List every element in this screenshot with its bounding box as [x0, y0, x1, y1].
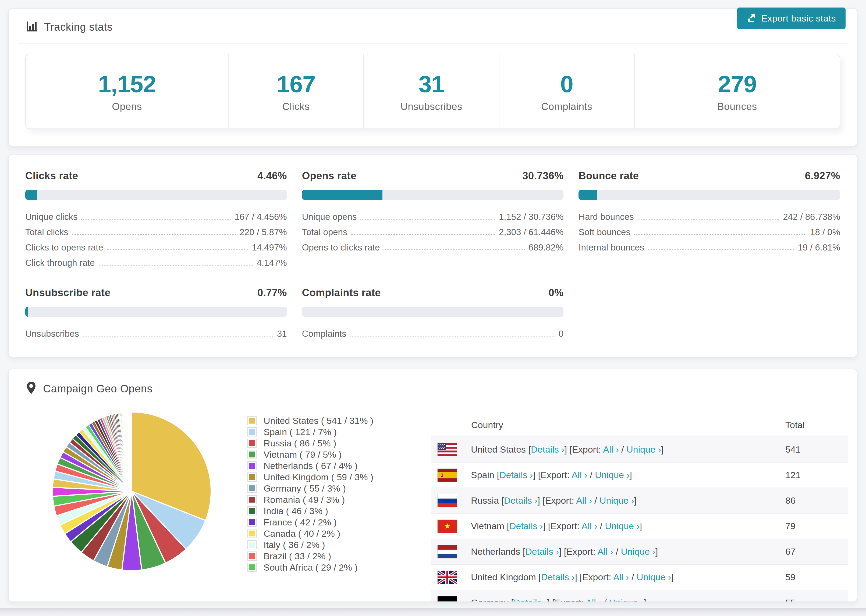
legend-swatch: [247, 438, 257, 448]
country-name: Russia: [471, 495, 501, 506]
rate-head: Opens rate30.736%: [302, 170, 564, 182]
rate-row-value: 19 / 6.81%: [798, 243, 840, 252]
export-all-link[interactable]: All ›: [572, 470, 587, 480]
export-all-link[interactable]: All ›: [586, 597, 601, 602]
bracket: ]: [655, 546, 658, 556]
legend-item-france[interactable]: France ( 42 / 2% ): [247, 517, 373, 528]
rate-row-value: 14.497%: [252, 243, 287, 252]
legend-swatch: [247, 416, 257, 425]
legend-label: South Africa ( 29 / 2% ): [264, 562, 358, 573]
rate-head: Complaints rate0%: [302, 287, 564, 299]
total-cell: 121: [785, 470, 848, 480]
export-unique-link[interactable]: Unique ›: [605, 521, 639, 531]
geo-table-row-nl: Netherlands [Details ›] [Export: All › /…: [431, 539, 848, 564]
export-all-link[interactable]: All ›: [598, 546, 614, 556]
country-name: Germany: [471, 597, 511, 602]
rate-row-label: Internal bounces: [578, 243, 644, 252]
rate-row-value: 1,152 / 30.736%: [499, 212, 564, 222]
export-unique-link[interactable]: Unique ›: [595, 470, 630, 480]
export-all-link[interactable]: All ›: [613, 572, 629, 582]
export-prefix: ] [Export:: [538, 495, 576, 506]
dotted-leader: [81, 219, 231, 220]
legend-label: Canada ( 40 / 2% ): [264, 528, 340, 539]
legend-item-italy[interactable]: Italy ( 36 / 2% ): [247, 539, 373, 550]
legend-swatch: [247, 461, 257, 470]
rate-head: Clicks rate4.46%: [25, 170, 287, 182]
dotted-leader: [648, 250, 794, 250]
flag-de-icon: [438, 596, 457, 602]
rate-progress-fill: [25, 190, 37, 200]
legend-swatch: [247, 518, 257, 527]
rate-title: Unsubscribe rate: [25, 287, 110, 299]
bracket: ]: [671, 572, 674, 582]
country-name: United Kingdom: [471, 572, 538, 582]
total-cell: 67: [785, 546, 848, 557]
geo-table-header: Country Total: [431, 413, 848, 437]
details-link[interactable]: Details ›: [504, 495, 538, 506]
rate-row-value: 0: [559, 329, 564, 339]
details-link[interactable]: Details ›: [531, 444, 565, 454]
rate-row: Click through rate4.147%: [25, 252, 287, 268]
dotted-leader: [638, 219, 779, 220]
rate-title: Opens rate: [302, 170, 357, 182]
legend-item-canada[interactable]: Canada ( 40 / 2% ): [247, 528, 373, 539]
details-link[interactable]: Details ›: [541, 572, 575, 582]
stat-label: Complaints: [541, 101, 592, 112]
legend-item-russia[interactable]: Russia ( 86 / 5% ): [247, 438, 373, 449]
legend-item-united-kingdom[interactable]: United Kingdom ( 59 / 3% ): [247, 471, 373, 483]
export-all-link[interactable]: All ›: [581, 521, 597, 531]
country-cell: Spain [Details ›] [Export: All › / Uniqu…: [457, 470, 785, 480]
rate-row: Clicks to opens rate14.497%: [25, 237, 287, 252]
stat-label: Bounces: [717, 101, 757, 112]
rate-row-label: Opens to clicks rate: [302, 243, 380, 252]
campaign-geo-opens-card: Campaign Geo Opens United States ( 541 /…: [8, 369, 857, 602]
rate-row: Unique opens1,152 / 30.736%: [302, 206, 564, 222]
link-separator: /: [613, 546, 621, 556]
country-cell: United Kingdom [Details ›] [Export: All …: [457, 572, 785, 582]
rate-row: Soft bounces18 / 0%: [578, 222, 840, 237]
dotted-leader: [351, 234, 495, 235]
geo-table-row-de: Germany [Details ›] [Export: All › / Uni…: [431, 590, 848, 602]
legend-item-vietnam[interactable]: Vietnam ( 79 / 5% ): [247, 449, 373, 460]
stats-summary-row: 1,152Opens167Clicks31Unsubscribes0Compla…: [25, 54, 840, 129]
legend-swatch: [247, 427, 257, 437]
legend-item-brazil[interactable]: Brazil ( 33 / 2% ): [247, 550, 373, 562]
country-name: Vietnam: [471, 521, 507, 531]
stat-box-opens: 1,152Opens: [26, 54, 228, 129]
bracket: ]: [661, 444, 663, 454]
export-unique-link[interactable]: Unique ›: [600, 495, 634, 506]
legend-item-netherlands[interactable]: Netherlands ( 67 / 4% ): [247, 460, 373, 471]
details-link[interactable]: Details ›: [499, 470, 533, 480]
rate-row-value: 31: [277, 329, 287, 339]
legend-label: Romania ( 49 / 3% ): [264, 495, 345, 505]
export-unique-link[interactable]: Unique ›: [636, 572, 671, 582]
details-link[interactable]: Details ›: [509, 521, 543, 531]
export-all-link[interactable]: All ›: [576, 495, 592, 506]
stat-value: 167: [277, 71, 315, 98]
legend-item-romania[interactable]: Romania ( 49 / 3% ): [247, 494, 373, 505]
rate-value: 0%: [549, 287, 564, 299]
link-separator: /: [597, 521, 605, 531]
rate-row-value: 2,303 / 61.446%: [499, 228, 564, 237]
details-link[interactable]: Details ›: [525, 546, 559, 556]
export-unique-link[interactable]: Unique ›: [627, 444, 661, 454]
dotted-leader: [384, 250, 525, 250]
legend-swatch: [247, 552, 257, 561]
legend-swatch: [247, 495, 257, 504]
export-unique-link[interactable]: Unique ›: [621, 546, 655, 556]
export-basic-stats-button[interactable]: Export basic stats: [737, 8, 846, 29]
export-prefix: ] [Export:: [543, 521, 582, 531]
export-unique-link[interactable]: Unique ›: [609, 597, 644, 602]
rate-row-label: Total opens: [302, 228, 348, 237]
legend-item-spain[interactable]: Spain ( 121 / 7% ): [247, 426, 373, 438]
legend-item-india[interactable]: India ( 46 / 3% ): [247, 505, 373, 517]
dotted-leader: [350, 336, 555, 336]
export-all-link[interactable]: All ›: [603, 444, 619, 454]
country-cell: Vietnam [Details ›] [Export: All › / Uni…: [457, 521, 785, 531]
legend-item-south-africa[interactable]: South Africa ( 29 / 2% ): [247, 562, 373, 573]
details-link[interactable]: Details ›: [514, 597, 547, 602]
bracket: [: [523, 546, 525, 556]
legend-item-germany[interactable]: Germany ( 55 / 3% ): [247, 483, 373, 494]
legend-item-united-states[interactable]: United States ( 541 / 31% ): [247, 415, 373, 426]
geo-pie-chart: [51, 411, 213, 572]
